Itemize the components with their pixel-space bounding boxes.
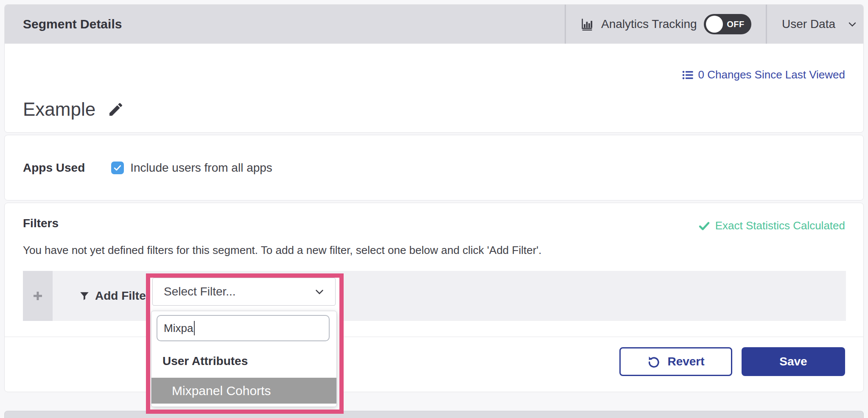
- page-header-bar: Segment Details Analytics Tracking OFF U…: [5, 5, 863, 44]
- revert-button-label: Revert: [667, 355, 704, 368]
- changes-link-label: 0 Changes Since Last Viewed: [698, 68, 845, 81]
- edit-pencil-icon[interactable]: [107, 101, 124, 118]
- add-filter-label: Add Filter: [95, 289, 151, 303]
- footer-divider: [5, 337, 863, 337]
- revert-button[interactable]: Revert: [619, 347, 732, 376]
- bar-chart-icon: [580, 17, 594, 31]
- list-icon: [681, 69, 694, 81]
- dropdown-group-header: User Attributes: [162, 354, 248, 368]
- filters-card: Filters Exact Statistics Calculated You …: [4, 203, 864, 392]
- filters-description: You have not yet defined filters for thi…: [23, 244, 542, 257]
- plus-icon: [31, 290, 44, 302]
- analytics-tracking-group: Analytics Tracking OFF: [580, 5, 751, 44]
- apps-used-card: Apps Used Include users from all apps: [4, 135, 864, 201]
- segment-details-card: Segment Details Analytics Tracking OFF U…: [4, 4, 864, 133]
- toggle-state-label: OFF: [727, 14, 745, 34]
- analytics-tracking-label: Analytics Tracking: [601, 17, 697, 31]
- filter-search-value: Mixpa: [164, 322, 193, 335]
- toggle-knob: [706, 16, 723, 33]
- check-icon: [698, 220, 710, 232]
- exact-statistics-label: Exact Statistics Calculated: [715, 219, 845, 232]
- header-divider: [565, 5, 566, 44]
- funnel-icon: [79, 290, 90, 301]
- analytics-tracking-toggle[interactable]: OFF: [704, 14, 751, 34]
- segment-name: Example: [23, 99, 95, 120]
- dropdown-option-mixpanel-cohorts[interactable]: Mixpanel Cohorts: [151, 378, 336, 404]
- add-filter-label-group: Add Filter: [79, 271, 151, 321]
- segment-name-row: Example: [23, 99, 124, 120]
- apps-used-label: Apps Used: [23, 161, 85, 175]
- filters-heading: Filters: [23, 217, 59, 230]
- next-section-header-bar: [4, 411, 864, 418]
- add-filter-row: Add Filter: [23, 271, 846, 321]
- save-button-label: Save: [779, 355, 807, 368]
- apps-used-row: Apps Used Include users from all apps: [5, 135, 863, 200]
- chevron-down-icon: [846, 18, 858, 30]
- include-all-apps-label: Include users from all apps: [130, 161, 272, 175]
- select-filter-dropdown[interactable]: Select Filter...: [152, 278, 336, 306]
- user-data-label: User Data: [782, 17, 835, 31]
- segment-title-section: 0 Changes Since Last Viewed Example Tags: [5, 44, 863, 133]
- revert-icon: [647, 355, 661, 368]
- add-filter-plus-button[interactable]: [23, 271, 53, 321]
- page-title: Segment Details: [23, 5, 122, 44]
- include-all-apps-checkbox[interactable]: [111, 162, 124, 174]
- filter-dropdown-panel: Mixpa User Attributes Mixpanel Cohorts: [151, 311, 337, 407]
- exact-statistics-status: Exact Statistics Calculated: [698, 219, 845, 232]
- chevron-down-icon: [313, 285, 326, 298]
- select-filter-placeholder: Select Filter...: [164, 285, 313, 298]
- header-divider: [766, 5, 767, 44]
- footer-buttons: Revert Save: [619, 347, 845, 376]
- user-data-dropdown[interactable]: User Data: [782, 5, 858, 44]
- text-cursor: [194, 321, 195, 335]
- save-button[interactable]: Save: [742, 347, 845, 376]
- changes-since-last-viewed-link[interactable]: 0 Changes Since Last Viewed: [681, 68, 845, 81]
- filter-search-input[interactable]: Mixpa: [157, 315, 330, 341]
